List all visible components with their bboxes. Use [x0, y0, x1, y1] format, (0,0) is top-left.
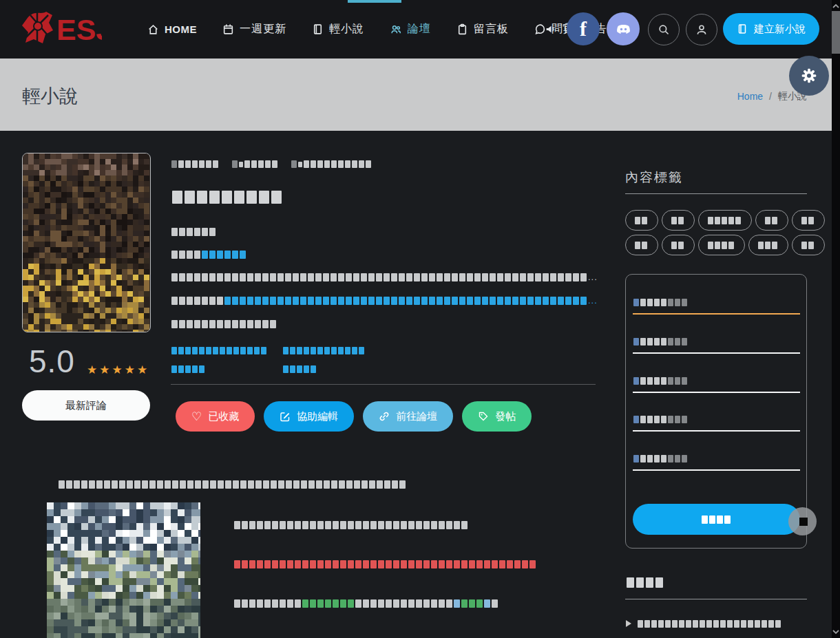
scroll-down-icon[interactable]	[832, 627, 840, 637]
scrollbar[interactable]	[832, 0, 840, 638]
book-info-line-1	[171, 226, 217, 236]
tag-pill[interactable]	[625, 210, 658, 231]
user-account-button[interactable]	[686, 14, 717, 45]
page-header: 輕小說 Home / 輕小說	[0, 59, 832, 131]
user-icon	[695, 23, 708, 36]
tag-icon	[478, 411, 489, 422]
page-title: 輕小說	[22, 84, 78, 109]
book-link[interactable]	[283, 345, 395, 355]
search-button[interactable]	[648, 14, 680, 45]
book-icon	[312, 23, 324, 35]
content-tags-title: 內容標籤	[625, 169, 683, 187]
nav-item-home[interactable]: HOME	[147, 23, 197, 35]
book-meta-row	[171, 159, 372, 169]
nav-menu: HOME 一週更新 輕小說 論壇 留言板	[147, 0, 587, 59]
book-info-line-3: ...	[171, 272, 598, 282]
breadcrumb-home-link[interactable]: Home	[737, 91, 763, 102]
form-field-3[interactable]	[633, 376, 799, 385]
create-novel-button[interactable]: 建立新小說	[723, 13, 819, 45]
page: ESJ HOME 一週更新 輕小說	[0, 0, 840, 638]
esj-logo-icon: ESJ	[21, 7, 102, 51]
breadcrumb-separator: /	[769, 91, 772, 102]
favorited-button[interactable]: ♡ 已收藏	[176, 401, 255, 432]
discord-icon	[614, 20, 633, 39]
link-icon	[379, 411, 390, 422]
related-line-1	[234, 520, 469, 529]
related-line-2-link[interactable]	[234, 559, 537, 568]
book-link[interactable]	[171, 345, 283, 355]
home-icon	[147, 23, 159, 35]
tag-pill[interactable]	[662, 235, 695, 255]
floating-button-glyph	[799, 518, 808, 526]
facebook-icon: f	[580, 17, 587, 41]
latest-comments-button[interactable]: 最新評論	[22, 390, 150, 421]
form-field-3-underline	[633, 392, 800, 393]
related-section-heading	[59, 479, 407, 489]
discord-button[interactable]	[607, 12, 640, 45]
tag-row-2	[625, 235, 825, 255]
go-to-forum-button[interactable]: 前往論壇	[363, 401, 453, 432]
nav-item-weekly-updates[interactable]: 一週更新	[222, 22, 286, 36]
rating-value: 5.0	[29, 343, 75, 380]
clipboard-icon	[456, 23, 468, 35]
divider	[625, 599, 807, 599]
tag-pill[interactable]	[792, 210, 825, 231]
book-link[interactable]	[171, 364, 283, 374]
nav-item-message-board[interactable]: 留言板	[456, 22, 509, 36]
book-title-redacted	[172, 191, 284, 204]
edit-icon	[280, 411, 291, 422]
action-buttons: ♡ 已收藏 協助編輯 前往論壇 發帖	[176, 401, 532, 432]
sidebar-list-item[interactable]	[626, 619, 782, 628]
post-button[interactable]: 發帖	[462, 401, 532, 432]
site-logo[interactable]: ESJ	[21, 7, 102, 54]
form-field-1-underline	[633, 313, 800, 315]
scrollbar-thumb[interactable]	[832, 11, 840, 54]
create-book-icon	[737, 23, 748, 34]
divider	[625, 193, 807, 194]
calendar-icon	[222, 23, 234, 35]
book-links-col-2	[283, 345, 395, 374]
tag-pill[interactable]	[792, 235, 825, 255]
book-links	[171, 345, 395, 374]
form-field-5[interactable]	[633, 454, 799, 463]
form-field-5-underline	[633, 469, 800, 471]
divider	[171, 384, 596, 385]
form-field-4[interactable]	[633, 414, 799, 424]
book-info-line-4-link[interactable]: ...	[171, 295, 598, 306]
tag-pill[interactable]	[662, 210, 695, 231]
tag-pill[interactable]	[625, 235, 658, 255]
nav-item-light-novels[interactable]: 輕小說	[312, 22, 364, 36]
settings-panel	[625, 274, 807, 549]
assist-edit-button[interactable]: 協助編輯	[264, 401, 354, 432]
svg-text:ESJ: ESJ	[56, 13, 102, 46]
book-cover[interactable]	[22, 153, 151, 332]
facebook-button[interactable]: f	[567, 12, 600, 45]
tag-pill[interactable]	[698, 210, 752, 231]
book-link[interactable]	[283, 364, 395, 374]
play-bullet-icon	[626, 620, 631, 627]
scroll-up-icon[interactable]	[832, 1, 840, 11]
form-field-4-underline	[633, 430, 800, 432]
tag-row-1	[625, 210, 825, 231]
related-image-pixels	[47, 502, 200, 638]
heart-icon: ♡	[191, 411, 202, 423]
book-cover-image	[23, 153, 149, 332]
settings-fab-button[interactable]	[789, 56, 829, 96]
breadcrumb: Home / 輕小說	[737, 90, 807, 103]
sidebar-section-title-redacted	[627, 577, 665, 588]
forum-icon	[390, 23, 402, 35]
tag-pill[interactable]	[755, 210, 788, 231]
book-links-col-1	[171, 345, 283, 374]
nav-item-forum[interactable]: 論壇	[390, 22, 431, 36]
book-info-line-2-link[interactable]	[171, 249, 247, 259]
related-item-image[interactable]	[47, 502, 200, 638]
related-line-3-link[interactable]	[234, 598, 499, 608]
form-submit-button[interactable]	[633, 504, 800, 535]
tag-pill[interactable]	[748, 235, 788, 255]
gear-icon	[800, 67, 818, 85]
form-field-2[interactable]	[633, 337, 799, 346]
tag-pill[interactable]	[698, 235, 745, 255]
book-info-line-5	[171, 319, 277, 328]
navbar: ESJ HOME 一週更新 輕小說	[0, 0, 832, 59]
form-field-1[interactable]	[633, 297, 799, 307]
